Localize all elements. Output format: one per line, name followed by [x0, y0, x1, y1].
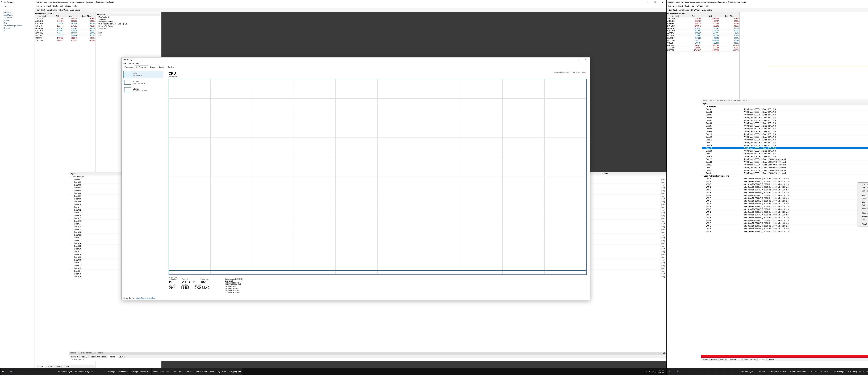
- agent-row[interactable]: WIN-2Intel Xeon E5-2696 v3 @ 2.30GHz, 12…: [702, 180, 868, 183]
- symbol-row[interactable]: EURJPY157.774157.795-0.07%: [666, 22, 739, 25]
- column-header[interactable]: Ask: [64, 15, 78, 18]
- agent-row[interactable]: WIN-1Intel Xeon E5-2696 v3 @ 2.30GHz, 12…: [702, 211, 868, 213]
- agent-row[interactable]: WIN-3Intel Xeon E5-2696 v3 @ 2.30GHz, 12…: [702, 217, 868, 219]
- perf-category[interactable]: EthernetS: 0 Kbps R: 0 Kbps: [123, 86, 163, 94]
- sm-back[interactable]: ◄: [2, 5, 3, 7]
- minimize-button[interactable]: —: [568, 58, 575, 61]
- agent-row[interactable]: WIN-2Intel Xeon E5-2696 v3 @ 2.30GHz, 12…: [702, 230, 868, 233]
- taskbar-item[interactable]: Snipping Tool: [228, 368, 242, 375]
- nav-node[interactable]: term: [96, 34, 160, 36]
- taskbar-item[interactable]: 800 Xeon 72 2296 F...: [172, 368, 194, 375]
- taskbar-clock[interactable]: 09:23 14/03/2024: [655, 370, 664, 374]
- menu-item[interactable]: Tools: [691, 5, 695, 7]
- tab[interactable]: Processes: [123, 65, 134, 69]
- close-button[interactable]: ✕: [659, 0, 665, 4]
- nav-node[interactable]: Accounts: [96, 18, 160, 21]
- menu-item[interactable]: Tools: [59, 5, 63, 7]
- taskbar-item[interactable]: [723, 368, 731, 375]
- symbol-row[interactable]: CADCHF0.618260.618490.10%: [666, 37, 739, 39]
- sm-node[interactable]: Dashboard: [1, 11, 34, 14]
- symbol-row[interactable]: USDCHF0.864840.864980.02%: [666, 42, 739, 44]
- tab[interactable]: Agents: [757, 358, 767, 361]
- agent-row[interactable]: WIN-3Intel Xeon E5-2696 v3 @ 2.30GHz, 12…: [702, 183, 868, 186]
- nav-node[interactable]: Larry: [96, 32, 160, 34]
- agent-row[interactable]: WIN-1Intel Xeon E5-2696 v3 @ 2.30GHz, 12…: [702, 194, 868, 197]
- symbol-row[interactable]: USDJPY146.033146.048-0.12%: [666, 44, 739, 47]
- taskbar-item[interactable]: [732, 368, 739, 375]
- taskbar-item[interactable]: 800 Xeon 72 2296 F...: [809, 368, 831, 375]
- symbol-row[interactable]: GBPAUD1.961071.961410.28%: [666, 27, 739, 30]
- taskbar-item[interactable]: [715, 368, 723, 375]
- symbol-row[interactable]: CADCHF0.618260.618490.10%: [35, 22, 95, 25]
- column-header[interactable]: Bid: [684, 15, 702, 18]
- taskbar-item[interactable]: [41, 368, 49, 375]
- menu-item[interactable]: File: [123, 62, 126, 64]
- tab[interactable]: Optimisation Results: [738, 358, 758, 361]
- symbol-row[interactable]: XAUUSD2173.912174.34-0.25%: [35, 39, 95, 42]
- symbol-row[interactable]: GBPAUD1.961071.961410.28%: [35, 27, 95, 30]
- symbol-row[interactable]: GBPUSD1.249911.250140.12%: [666, 30, 739, 32]
- taskbar-item[interactable]: C:\Program Files\Me...: [129, 368, 151, 375]
- tab[interactable]: Users: [148, 65, 157, 69]
- tm-titlebar[interactable]: Task Manager — ☐ ✕: [122, 58, 590, 62]
- agent-row[interactable]: Core 05AMD Ryzen 9 5900X 12-Core, 32711 …: [702, 119, 868, 122]
- agent-row[interactable]: Core 08AMD Ryzen 9 5900X 12-Core, 32711 …: [702, 128, 868, 130]
- toolbar-button[interactable]: New Order: [58, 8, 69, 11]
- symbol-row[interactable]: AUDUSD0.637310.63737-0.16%: [666, 20, 739, 22]
- context-menu-item[interactable]: Add...: [858, 194, 868, 197]
- agent-row[interactable]: Core 07AMD Ryzen 9 5900X 12-Core, 32711 …: [702, 125, 868, 127]
- agent-row[interactable]: Core 17AMD Ryzen 9 5900X 12-Core, 32711 …: [702, 153, 868, 155]
- context-menu-item[interactable]: Edit: [858, 200, 868, 204]
- tab[interactable]: History: [80, 355, 89, 358]
- search-button[interactable]: 🔍: [676, 368, 683, 375]
- cpu-graph[interactable]: [168, 79, 587, 275]
- tab[interactable]: Journal: [767, 358, 776, 361]
- symbol-row[interactable]: USDCHF0.864840.864980.02%: [35, 35, 95, 37]
- taskbar-item[interactable]: Task Manager: [739, 368, 754, 375]
- toolbar-button[interactable]: New Chart: [36, 8, 46, 11]
- column-header[interactable]: Status: [601, 173, 666, 175]
- agent-row[interactable]: Core 03AMD Ryzen 9 5900X 12-Core, 32711 …: [702, 114, 868, 116]
- sm-node[interactable]: IIS: [1, 30, 34, 32]
- agent-row[interactable]: Core 01AMD Ryzen 9 5900X 12-Core, 32711 …: [702, 108, 868, 111]
- toolbar-button[interactable]: AutoTrading: [678, 8, 690, 11]
- menu-item[interactable]: File: [669, 5, 671, 7]
- agent-row[interactable]: WIN-1Intel Xeon E5-2696 v3 @ 2.30GHz, 12…: [702, 202, 868, 205]
- agent-row[interactable]: Core 22AMD Ryzen 9 5900X 12-Core, 120959…: [702, 166, 868, 169]
- close-button[interactable]: ✕: [582, 58, 589, 61]
- agent-row[interactable]: WIN-3Intel Xeon E5-2696 v3 @ 2.30GHz, 12…: [702, 200, 868, 202]
- sm-node[interactable]: AD DS: [1, 19, 34, 22]
- agent-row[interactable]: WIN-2Intel Xeon E5-2696 v3 @ 2.30GHz, 12…: [702, 189, 868, 191]
- backtest-chart[interactable]: 10100 10085 0 MT5 White Wizard v1.14: [740, 12, 868, 106]
- search-button[interactable]: 🔍: [9, 368, 17, 375]
- menu-item[interactable]: View: [41, 5, 45, 7]
- agent-row[interactable]: Core 14AMD Ryzen 9 5900X 12-Core, 32711 …: [702, 144, 868, 147]
- tab[interactable]: Agents: [108, 355, 117, 358]
- symbol-row[interactable]: EURJPY157.774157.795-0.07%: [35, 25, 95, 27]
- network-icon[interactable]: 🖧: [649, 371, 650, 373]
- tab[interactable]: Ticks: [63, 365, 71, 368]
- nav-node[interactable]: Indicators: [96, 27, 160, 30]
- agent-row[interactable]: WIN-3Intel Xeon E5-2696 v3 @ 2.30GHz, 12…: [702, 225, 868, 227]
- taskbar-item[interactable]: Task Manager: [102, 368, 117, 375]
- symbol-row[interactable]: USDJPY146.033146.048-0.12%: [35, 37, 95, 39]
- agent-row[interactable]: Core 24AMD Ryzen 9 5900X 12-Core, 120959…: [702, 172, 868, 175]
- menu-item[interactable]: View: [673, 5, 677, 7]
- context-menu-item[interactable]: Insert: [858, 197, 868, 200]
- taskbar-item[interactable]: Reddit - Dive into a...: [152, 368, 172, 375]
- menu-item[interactable]: Charts: [53, 5, 58, 7]
- start-button[interactable]: ⊞: [668, 368, 675, 375]
- symbol-row[interactable]: NZDUSD0.591110.591180.13%: [666, 39, 739, 42]
- nav-node[interactable]: 58394485: MetaTrader 5 Desktop De: [96, 23, 160, 25]
- column-header[interactable]: [743, 102, 868, 105]
- taskbar-item[interactable]: MT5 Config - Word: [209, 368, 228, 375]
- tab[interactable]: Details: [45, 365, 54, 368]
- perf-category[interactable]: Memory3.5/8.0 GB (44%): [123, 78, 163, 86]
- agent-row[interactable]: WIN-1Intel Xeon E5-2696 v3 @ 2.30GHz, 12…: [702, 219, 868, 222]
- column-header[interactable]: Daily Ch...: [719, 15, 739, 18]
- menu-item[interactable]: Help: [73, 5, 77, 7]
- context-menu-item[interactable]: Enable: [858, 207, 868, 210]
- symbol-row[interactable]: AUDUSD0.637310.63737-0.16%: [35, 20, 95, 22]
- agent-row[interactable]: WIN-3Intel Xeon E5-2696 v3 @ 2.30GHz, 12…: [702, 208, 868, 211]
- tab[interactable]: Backtest: [69, 355, 80, 358]
